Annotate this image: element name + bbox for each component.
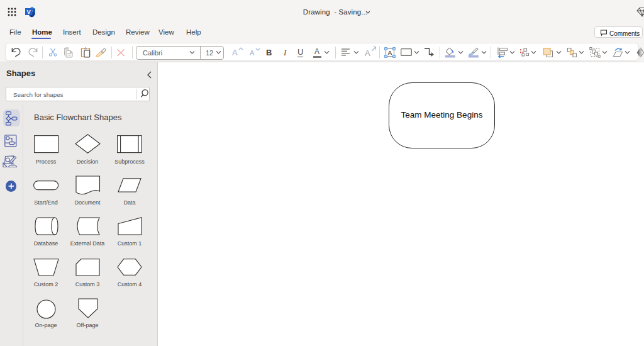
svg-text:V: V	[27, 8, 31, 15]
svg-text:A: A	[388, 49, 392, 56]
